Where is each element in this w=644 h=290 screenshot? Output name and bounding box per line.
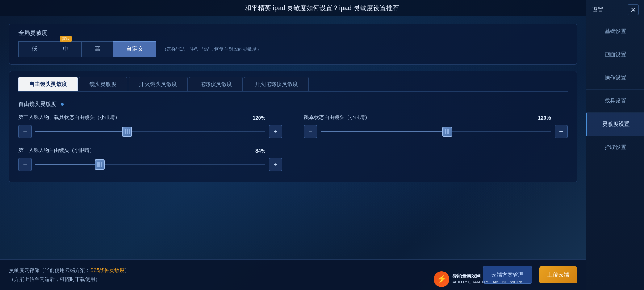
global-sensitivity-title: 全局灵敏度: [18, 29, 568, 37]
slider-thumb-0[interactable]: [122, 127, 132, 137]
slider-group-1: 跳伞状态自由镜头（小眼睛）−120%+: [304, 114, 568, 138]
tab-btn-0[interactable]: 自由镜头灵敏度: [18, 77, 78, 91]
slider-plus-2[interactable]: +: [269, 158, 282, 171]
slider-fill-0: [35, 131, 127, 132]
tab-btn-3[interactable]: 陀螺仪灵敏度: [189, 77, 243, 91]
slider-value-2: 84%: [255, 148, 265, 154]
global-sensitivity-section: 全局灵敏度 低中默认高自定义 （选择"低"、"中"、"高"，恢复至对应的灵敏度）: [9, 24, 577, 65]
slider-track-1: [321, 131, 551, 132]
slider-row-2: −84%+: [18, 158, 282, 171]
cloud-label: 灵敏度云存储（当前使用云端方案：: [9, 267, 90, 273]
sliders-area: 自由镜头灵敏度 第三人称人物、载具状态自由镜头（小眼睛）−120%+跳伞状态自由…: [18, 99, 568, 173]
slider-track-2: [35, 164, 265, 165]
slider-label-1: 跳伞状态自由镜头（小眼睛）: [304, 114, 568, 121]
sidebar-header-label: 设置: [592, 6, 603, 14]
preset-btn-2[interactable]: 高: [81, 41, 113, 57]
slider-track-container-2[interactable]: 84%: [35, 158, 265, 171]
watermark-icon: ⚡: [434, 271, 449, 287]
slider-track-container-1[interactable]: 120%: [321, 125, 551, 138]
slider-row-1: −120%+: [304, 125, 568, 138]
slider-track-container-0[interactable]: 120%: [35, 125, 265, 138]
preset-btn-3[interactable]: 自定义: [113, 41, 156, 57]
preset-btn-1[interactable]: 中默认: [50, 41, 81, 57]
tab-btn-2[interactable]: 开火镜头灵敏度: [129, 77, 188, 91]
tab-btn-4[interactable]: 开火陀螺仪灵敏度: [244, 77, 309, 91]
slider-group-2: 第一人称人物自由镜头（小眼睛）−84%+: [18, 147, 282, 171]
watermark: ⚡ 异能量游戏网 ABILITY QUANTITY GAME NETWORK: [434, 271, 523, 287]
slider-track-0: [35, 131, 265, 132]
sidebar-item-5[interactable]: 拾取设置: [586, 136, 644, 159]
sidebar-item-4[interactable]: 灵敏度设置: [586, 113, 644, 136]
slider-plus-0[interactable]: +: [269, 125, 282, 138]
slider-thumb-1[interactable]: [442, 127, 452, 137]
preset-btn-0[interactable]: 低: [18, 41, 50, 57]
slider-fill-2: [35, 164, 100, 165]
slider-section-title: 自由镜头灵敏度: [18, 101, 568, 108]
bottom-bar: 灵敏度云存储（当前使用云端方案：S25战神灵敏度） （方案上传至云端后，可随时下…: [0, 259, 586, 290]
slider-row-0: −120%+: [18, 125, 282, 138]
sidebar-item-0[interactable]: 基础设置: [586, 20, 644, 43]
cloud-scheme: S25战神灵敏度: [90, 267, 125, 273]
slider-plus-1[interactable]: +: [555, 125, 568, 138]
watermark-text: 异能量游戏网 ABILITY QUANTITY GAME NETWORK: [452, 273, 523, 285]
page-title: 和平精英 ipad 灵敏度如何设置？ipad 灵敏度设置推荐: [245, 4, 399, 12]
cloud-info: 灵敏度云存储（当前使用云端方案：S25战神灵敏度） （方案上传至云端后，可随时下…: [9, 266, 476, 284]
slider-fill-1: [321, 131, 447, 132]
sensitivity-tabs-section: 自由镜头灵敏度镜头灵敏度开火镜头灵敏度陀螺仪灵敏度开火陀螺仪灵敏度 自由镜头灵敏…: [9, 71, 577, 182]
main-content: 全局灵敏度 低中默认高自定义 （选择"低"、"中"、"高"，恢复至对应的灵敏度）…: [0, 16, 586, 290]
preset-hint: （选择"低"、"中"、"高"，恢复至对应的灵敏度）: [162, 46, 262, 53]
preset-buttons: 低中默认高自定义 （选择"低"、"中"、"高"，恢复至对应的灵敏度）: [18, 41, 568, 57]
sidebar-item-2[interactable]: 操作设置: [586, 66, 644, 90]
title-bar: 和平精英 ipad 灵敏度如何设置？ipad 灵敏度设置推荐: [0, 0, 644, 16]
close-button[interactable]: ✕: [628, 4, 639, 15]
slider-minus-1[interactable]: −: [304, 125, 317, 138]
slider-minus-2[interactable]: −: [18, 158, 32, 171]
cloud-sub: （方案上传至云端后，可随时下载使用）: [9, 275, 476, 284]
tab-btn-1[interactable]: 镜头灵敏度: [79, 77, 127, 91]
slider-value-1: 120%: [538, 115, 551, 121]
sidebar-item-1[interactable]: 画面设置: [586, 43, 644, 66]
slider-thumb-2[interactable]: [95, 160, 105, 170]
slider-group-0: 第三人称人物、载具状态自由镜头（小眼睛）−120%+: [18, 114, 282, 138]
upload-cloud-button[interactable]: 上传云端: [539, 266, 577, 283]
slider-label-0: 第三人称人物、载具状态自由镜头（小眼睛）: [18, 114, 282, 121]
right-sidebar: 设置 ✕ 基础设置画面设置操作设置载具设置灵敏度设置拾取设置: [586, 0, 644, 290]
sliders-grid: 第三人称人物、载具状态自由镜头（小眼睛）−120%+跳伞状态自由镜头（小眼睛）−…: [18, 114, 568, 171]
slider-value-0: 120%: [252, 115, 265, 121]
slider-label-2: 第一人称人物自由镜头（小眼睛）: [18, 147, 282, 154]
sidebar-item-3[interactable]: 载具设置: [586, 90, 644, 113]
sidebar-header: 设置 ✕: [586, 0, 644, 20]
tabs-row: 自由镜头灵敏度镜头灵敏度开火镜头灵敏度陀螺仪灵敏度开火陀螺仪灵敏度: [18, 77, 568, 92]
slider-minus-0[interactable]: −: [18, 125, 32, 138]
